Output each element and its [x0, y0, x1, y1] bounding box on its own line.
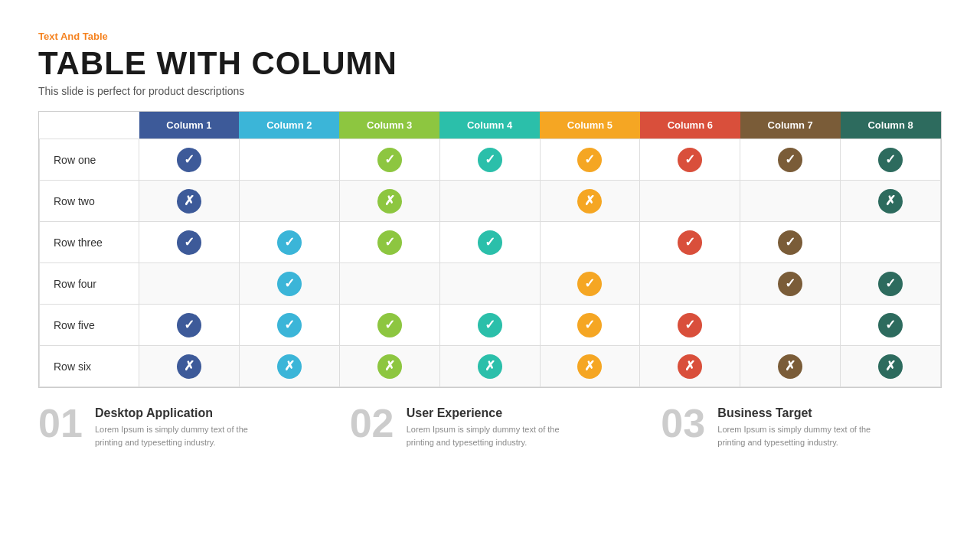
cross-icon: ✗ — [478, 354, 502, 379]
col-header-8: Column 8 — [841, 112, 941, 139]
cell-5-1: ✓ — [139, 305, 240, 346]
cell-5-7 — [740, 305, 841, 346]
col-header-2: Column 2 — [239, 112, 339, 139]
cell-2-3: ✗ — [339, 181, 439, 222]
check-icon: ✓ — [277, 272, 302, 296]
col-header-7: Column 7 — [740, 112, 841, 139]
cell-6-6: ✗ — [640, 346, 740, 387]
cell-2-7 — [740, 181, 841, 222]
cross-icon: ✗ — [177, 354, 201, 379]
footer-title-1: Desktop Application — [95, 406, 248, 420]
check-icon: ✓ — [878, 148, 903, 172]
col-header-5: Column 5 — [540, 112, 640, 139]
cell-4-4 — [439, 263, 540, 305]
check-icon: ✓ — [478, 313, 502, 337]
cell-1-4: ✓ — [439, 139, 540, 181]
cell-1-8: ✓ — [841, 139, 941, 181]
check-icon: ✓ — [377, 313, 402, 337]
col-header-1: Column 1 — [139, 112, 240, 139]
footer-desc-3: Lorem Ipsum is simply dummy text of the … — [717, 423, 871, 448]
cross-icon: ✗ — [878, 189, 903, 214]
cell-6-5: ✗ — [540, 346, 640, 387]
cell-3-2: ✓ — [239, 222, 339, 263]
cross-icon: ✗ — [678, 354, 702, 379]
cell-6-3: ✗ — [339, 346, 439, 387]
cross-icon: ✗ — [377, 354, 402, 379]
col-header-4: Column 4 — [439, 112, 540, 139]
check-icon: ✓ — [878, 272, 903, 296]
cell-5-2: ✓ — [239, 305, 339, 346]
description: This slide is perfect for product descri… — [38, 85, 942, 97]
footer-desc-1: Lorem Ipsum is simply dummy text of the … — [95, 423, 248, 448]
cross-icon: ✗ — [577, 354, 602, 379]
check-icon: ✓ — [778, 272, 802, 296]
check-icon: ✓ — [277, 313, 302, 337]
check-icon: ✓ — [577, 313, 602, 337]
check-icon: ✓ — [778, 148, 802, 172]
check-icon: ✓ — [277, 230, 302, 255]
cell-4-1 — [139, 263, 240, 305]
cell-3-8 — [841, 222, 941, 263]
footer-number-2: 02 — [350, 403, 396, 443]
col-header-3: Column 3 — [339, 112, 439, 139]
col-header-6: Column 6 — [640, 112, 740, 139]
table-row: Row three✓✓✓✓✓✓ — [40, 222, 941, 263]
cell-2-4 — [439, 181, 540, 222]
cell-5-5: ✓ — [540, 305, 640, 346]
table-row: Row five✓✓✓✓✓✓✓ — [40, 305, 941, 346]
footer: 01Desktop ApplicationLorem Ipsum is simp… — [38, 403, 942, 448]
cell-4-3 — [339, 263, 439, 305]
row-label-5: Row five — [40, 305, 139, 346]
cell-3-3: ✓ — [339, 222, 439, 263]
cell-1-5: ✓ — [540, 139, 640, 181]
footer-number-1: 01 — [38, 403, 84, 443]
cell-4-5: ✓ — [540, 263, 640, 305]
cell-6-4: ✗ — [439, 346, 540, 387]
cell-2-6 — [640, 181, 740, 222]
check-icon: ✓ — [177, 230, 201, 255]
row-label-header — [40, 112, 139, 139]
check-icon: ✓ — [577, 148, 602, 172]
cross-icon: ✗ — [778, 354, 802, 379]
cell-2-1: ✗ — [139, 181, 240, 222]
footer-title-2: User Experience — [407, 406, 560, 420]
check-icon: ✓ — [878, 313, 903, 337]
footer-item-1: 01Desktop ApplicationLorem Ipsum is simp… — [38, 403, 319, 448]
cell-3-4: ✓ — [439, 222, 540, 263]
table-row: Row six✗✗✗✗✗✗✗✗ — [40, 346, 941, 387]
footer-number-3: 03 — [661, 403, 707, 443]
cell-2-5: ✗ — [540, 181, 640, 222]
cell-1-2 — [239, 139, 339, 181]
slide: Text And Table TABLE WITH COLUMN This sl… — [0, 0, 980, 551]
row-label-3: Row three — [40, 222, 139, 263]
check-icon: ✓ — [678, 230, 702, 255]
cell-1-3: ✓ — [339, 139, 439, 181]
row-label-1: Row one — [40, 139, 139, 181]
cell-5-3: ✓ — [339, 305, 439, 346]
check-icon: ✓ — [778, 230, 802, 255]
cross-icon: ✗ — [577, 189, 602, 214]
cross-icon: ✗ — [377, 189, 402, 214]
cell-4-7: ✓ — [740, 263, 841, 305]
check-icon: ✓ — [478, 230, 502, 255]
check-icon: ✓ — [678, 313, 702, 337]
footer-item-2: 02User ExperienceLorem Ipsum is simply d… — [350, 403, 631, 448]
cell-4-6 — [640, 263, 740, 305]
row-label-6: Row six — [40, 346, 139, 387]
cell-5-6: ✓ — [640, 305, 740, 346]
footer-item-3: 03Business TargetLorem Ipsum is simply d… — [661, 403, 942, 448]
check-icon: ✓ — [177, 148, 201, 172]
check-icon: ✓ — [478, 148, 502, 172]
cell-1-7: ✓ — [740, 139, 841, 181]
footer-title-3: Business Target — [717, 406, 871, 420]
row-label-2: Row two — [40, 181, 139, 222]
table-row: Row four✓✓✓✓ — [40, 263, 941, 305]
cell-6-8: ✗ — [841, 346, 941, 387]
cell-5-8: ✓ — [841, 305, 941, 346]
data-table: Column 1Column 2Column 3Column 4Column 5… — [38, 111, 942, 388]
row-label-4: Row four — [40, 263, 139, 305]
check-icon: ✓ — [577, 272, 602, 296]
cross-icon: ✗ — [177, 189, 201, 214]
footer-desc-2: Lorem Ipsum is simply dummy text of the … — [407, 423, 560, 448]
subtitle: Text And Table — [38, 31, 942, 42]
